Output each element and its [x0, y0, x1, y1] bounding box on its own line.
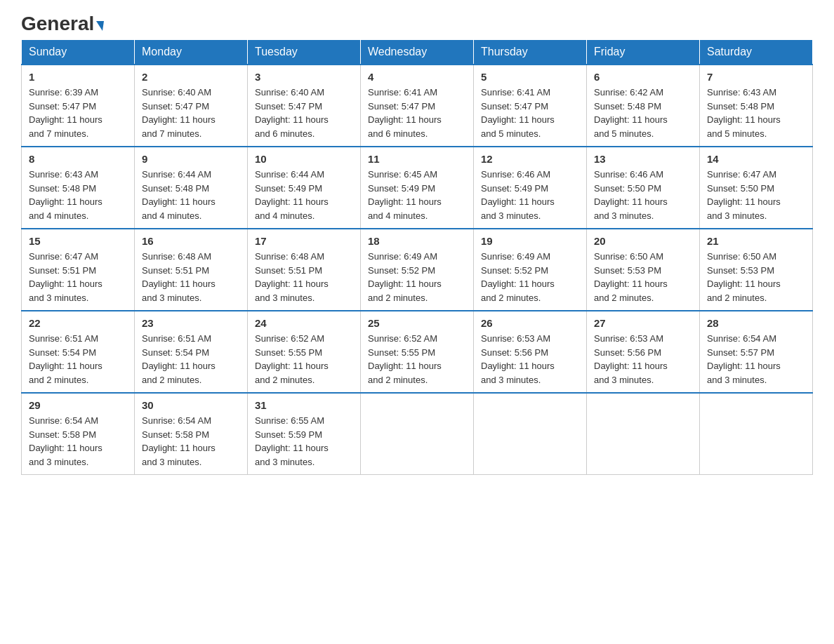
day-info: Sunrise: 6:40 AMSunset: 5:47 PMDaylight:… — [142, 86, 240, 140]
logo: General — [21, 14, 104, 32]
day-number: 9 — [142, 153, 240, 165]
day-number: 12 — [481, 153, 579, 165]
day-number: 25 — [368, 317, 466, 329]
page-header: General — [21, 14, 813, 32]
calendar-day-19: 19Sunrise: 6:49 AMSunset: 5:52 PMDayligh… — [474, 229, 587, 311]
day-number: 10 — [255, 153, 353, 165]
day-number: 6 — [594, 71, 692, 83]
calendar-week-2: 8Sunrise: 6:43 AMSunset: 5:48 PMDaylight… — [22, 147, 813, 229]
day-info: Sunrise: 6:49 AMSunset: 5:52 PMDaylight:… — [368, 250, 466, 304]
weekday-header-wednesday: Wednesday — [361, 40, 474, 65]
calendar-day-11: 11Sunrise: 6:45 AMSunset: 5:49 PMDayligh… — [361, 147, 474, 229]
calendar-day-12: 12Sunrise: 6:46 AMSunset: 5:49 PMDayligh… — [474, 147, 587, 229]
calendar-day-13: 13Sunrise: 6:46 AMSunset: 5:50 PMDayligh… — [587, 147, 700, 229]
day-info: Sunrise: 6:54 AMSunset: 5:58 PMDaylight:… — [142, 414, 240, 469]
calendar-day-24: 24Sunrise: 6:52 AMSunset: 5:55 PMDayligh… — [248, 311, 361, 393]
weekday-header-friday: Friday — [587, 40, 700, 65]
calendar-day-27: 27Sunrise: 6:53 AMSunset: 5:56 PMDayligh… — [587, 311, 700, 393]
day-number: 19 — [481, 235, 579, 247]
weekday-header-thursday: Thursday — [474, 40, 587, 65]
day-number: 5 — [481, 71, 579, 83]
day-info: Sunrise: 6:48 AMSunset: 5:51 PMDaylight:… — [255, 250, 353, 304]
calendar-day-31: 31Sunrise: 6:55 AMSunset: 5:59 PMDayligh… — [248, 393, 361, 475]
day-number: 21 — [707, 235, 805, 247]
calendar-day-21: 21Sunrise: 6:50 AMSunset: 5:53 PMDayligh… — [700, 229, 813, 311]
calendar-header: SundayMondayTuesdayWednesdayThursdayFrid… — [22, 40, 813, 65]
day-info: Sunrise: 6:45 AMSunset: 5:49 PMDaylight:… — [368, 168, 466, 222]
day-info: Sunrise: 6:52 AMSunset: 5:55 PMDaylight:… — [255, 332, 353, 387]
day-info: Sunrise: 6:50 AMSunset: 5:53 PMDaylight:… — [594, 250, 692, 304]
calendar-day-18: 18Sunrise: 6:49 AMSunset: 5:52 PMDayligh… — [361, 229, 474, 311]
calendar-week-3: 15Sunrise: 6:47 AMSunset: 5:51 PMDayligh… — [22, 229, 813, 311]
day-number: 23 — [142, 317, 240, 329]
day-number: 31 — [255, 399, 353, 411]
day-info: Sunrise: 6:46 AMSunset: 5:49 PMDaylight:… — [481, 168, 579, 222]
day-info: Sunrise: 6:53 AMSunset: 5:56 PMDaylight:… — [481, 332, 579, 387]
day-number: 17 — [255, 235, 353, 247]
calendar-week-1: 1Sunrise: 6:39 AMSunset: 5:47 PMDaylight… — [22, 65, 813, 147]
day-info: Sunrise: 6:48 AMSunset: 5:51 PMDaylight:… — [142, 250, 240, 304]
day-info: Sunrise: 6:54 AMSunset: 5:57 PMDaylight:… — [707, 332, 805, 387]
day-info: Sunrise: 6:50 AMSunset: 5:53 PMDaylight:… — [707, 250, 805, 304]
day-number: 29 — [29, 399, 127, 411]
day-info: Sunrise: 6:51 AMSunset: 5:54 PMDaylight:… — [29, 332, 127, 387]
day-info: Sunrise: 6:41 AMSunset: 5:47 PMDaylight:… — [481, 86, 579, 140]
empty-cell — [361, 393, 474, 475]
day-number: 16 — [142, 235, 240, 247]
calendar-day-10: 10Sunrise: 6:44 AMSunset: 5:49 PMDayligh… — [248, 147, 361, 229]
day-info: Sunrise: 6:43 AMSunset: 5:48 PMDaylight:… — [707, 86, 805, 140]
calendar-day-28: 28Sunrise: 6:54 AMSunset: 5:57 PMDayligh… — [700, 311, 813, 393]
calendar-day-7: 7Sunrise: 6:43 AMSunset: 5:48 PMDaylight… — [700, 65, 813, 147]
day-number: 22 — [29, 317, 127, 329]
day-info: Sunrise: 6:43 AMSunset: 5:48 PMDaylight:… — [29, 168, 127, 222]
day-number: 30 — [142, 399, 240, 411]
empty-cell — [474, 393, 587, 475]
days-of-week-row: SundayMondayTuesdayWednesdayThursdayFrid… — [22, 40, 813, 65]
calendar-day-9: 9Sunrise: 6:44 AMSunset: 5:48 PMDaylight… — [135, 147, 248, 229]
day-info: Sunrise: 6:52 AMSunset: 5:55 PMDaylight:… — [368, 332, 466, 387]
calendar-day-29: 29Sunrise: 6:54 AMSunset: 5:58 PMDayligh… — [22, 393, 135, 475]
day-number: 18 — [368, 235, 466, 247]
empty-cell — [587, 393, 700, 475]
day-info: Sunrise: 6:54 AMSunset: 5:58 PMDaylight:… — [29, 414, 127, 469]
day-info: Sunrise: 6:55 AMSunset: 5:59 PMDaylight:… — [255, 414, 353, 469]
calendar-week-5: 29Sunrise: 6:54 AMSunset: 5:58 PMDayligh… — [22, 393, 813, 475]
calendar-day-2: 2Sunrise: 6:40 AMSunset: 5:47 PMDaylight… — [135, 65, 248, 147]
weekday-header-monday: Monday — [135, 40, 248, 65]
calendar-day-16: 16Sunrise: 6:48 AMSunset: 5:51 PMDayligh… — [135, 229, 248, 311]
day-info: Sunrise: 6:51 AMSunset: 5:54 PMDaylight:… — [142, 332, 240, 387]
empty-cell — [700, 393, 813, 475]
weekday-header-tuesday: Tuesday — [248, 40, 361, 65]
day-number: 2 — [142, 71, 240, 83]
day-info: Sunrise: 6:47 AMSunset: 5:50 PMDaylight:… — [707, 168, 805, 222]
day-number: 28 — [707, 317, 805, 329]
calendar-day-30: 30Sunrise: 6:54 AMSunset: 5:58 PMDayligh… — [135, 393, 248, 475]
calendar-day-14: 14Sunrise: 6:47 AMSunset: 5:50 PMDayligh… — [700, 147, 813, 229]
calendar-day-26: 26Sunrise: 6:53 AMSunset: 5:56 PMDayligh… — [474, 311, 587, 393]
calendar-day-22: 22Sunrise: 6:51 AMSunset: 5:54 PMDayligh… — [22, 311, 135, 393]
calendar-day-20: 20Sunrise: 6:50 AMSunset: 5:53 PMDayligh… — [587, 229, 700, 311]
day-number: 20 — [594, 235, 692, 247]
day-number: 27 — [594, 317, 692, 329]
calendar-table: SundayMondayTuesdayWednesdayThursdayFrid… — [21, 39, 813, 475]
day-number: 24 — [255, 317, 353, 329]
calendar-week-4: 22Sunrise: 6:51 AMSunset: 5:54 PMDayligh… — [22, 311, 813, 393]
day-number: 3 — [255, 71, 353, 83]
calendar-body: 1Sunrise: 6:39 AMSunset: 5:47 PMDaylight… — [22, 65, 813, 475]
day-info: Sunrise: 6:44 AMSunset: 5:48 PMDaylight:… — [142, 168, 240, 222]
calendar-day-23: 23Sunrise: 6:51 AMSunset: 5:54 PMDayligh… — [135, 311, 248, 393]
day-info: Sunrise: 6:46 AMSunset: 5:50 PMDaylight:… — [594, 168, 692, 222]
day-info: Sunrise: 6:49 AMSunset: 5:52 PMDaylight:… — [481, 250, 579, 304]
day-number: 26 — [481, 317, 579, 329]
day-number: 4 — [368, 71, 466, 83]
calendar-day-1: 1Sunrise: 6:39 AMSunset: 5:47 PMDaylight… — [22, 65, 135, 147]
calendar-day-25: 25Sunrise: 6:52 AMSunset: 5:55 PMDayligh… — [361, 311, 474, 393]
day-number: 8 — [29, 153, 127, 165]
calendar-day-8: 8Sunrise: 6:43 AMSunset: 5:48 PMDaylight… — [22, 147, 135, 229]
calendar-day-17: 17Sunrise: 6:48 AMSunset: 5:51 PMDayligh… — [248, 229, 361, 311]
calendar-day-4: 4Sunrise: 6:41 AMSunset: 5:47 PMDaylight… — [361, 65, 474, 147]
day-number: 13 — [594, 153, 692, 165]
calendar-day-6: 6Sunrise: 6:42 AMSunset: 5:48 PMDaylight… — [587, 65, 700, 147]
calendar-day-15: 15Sunrise: 6:47 AMSunset: 5:51 PMDayligh… — [22, 229, 135, 311]
day-info: Sunrise: 6:42 AMSunset: 5:48 PMDaylight:… — [594, 86, 692, 140]
